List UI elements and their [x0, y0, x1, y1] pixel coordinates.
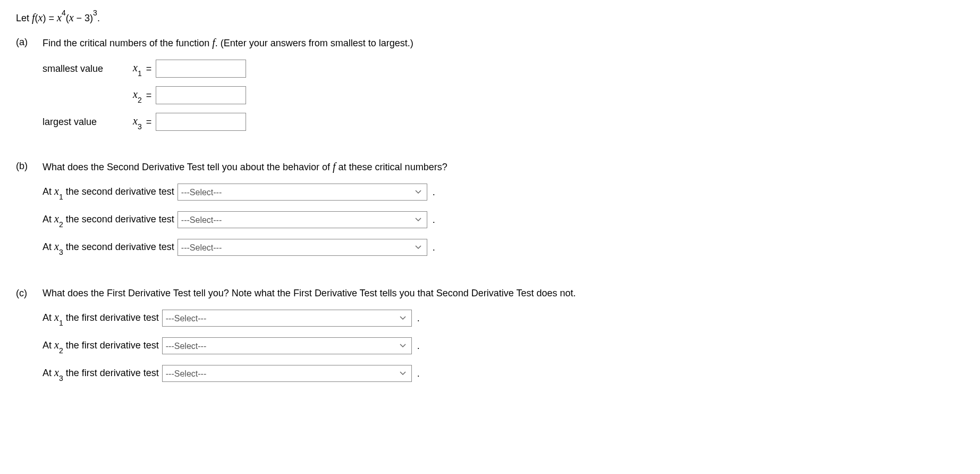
c-x1-select[interactable]: ---Select--- [162, 310, 412, 327]
b-x3-select[interactable]: ---Select--- [178, 239, 427, 256]
b-x3-sentence: At x3 the second derivative test [43, 240, 174, 254]
b-x2-sentence: At x2 the second derivative test [43, 213, 174, 227]
function-definition: Let f(x) = x4(x − 3)3. [16, 11, 964, 24]
b-x2-period: . [433, 214, 435, 226]
part-c-label: (c) [16, 288, 43, 393]
intro-exp2: 3 [93, 9, 97, 17]
c-x1-sentence: At x1 the first derivative test [43, 311, 159, 325]
c-x2-sentence: At x2 the first derivative test [43, 339, 159, 353]
c-x3-select[interactable]: ---Select--- [162, 365, 412, 382]
part-b-label: (b) [16, 161, 43, 267]
c-x3-period: . [417, 368, 420, 379]
smallest-value-label: smallest value [43, 63, 133, 74]
x2-eq: = [146, 90, 152, 101]
x3-input[interactable] [156, 113, 246, 131]
b-x1-period: . [433, 187, 435, 198]
largest-value-label: largest value [43, 117, 133, 128]
x3-eq: = [146, 117, 152, 128]
part-c-question: What does the First Derivative Test tell… [43, 288, 964, 299]
part-a-q-pre: Find the critical numbers of the functio… [43, 38, 212, 48]
b-x2-select[interactable]: ---Select--- [178, 211, 427, 228]
part-a-q-post: . (Enter your answers from smallest to l… [215, 38, 413, 48]
part-a-label: (a) [16, 37, 43, 139]
intro-exp1: 4 [62, 9, 66, 17]
c-x1-period: . [417, 313, 420, 324]
x1-eq: = [146, 63, 152, 74]
x1-label: x1 [133, 62, 142, 76]
x2-input[interactable] [156, 86, 246, 104]
part-a-question: Find the critical numbers of the functio… [43, 37, 964, 49]
intro-minus: − 3) [74, 13, 94, 23]
part-b-q-post: at these critical numbers? [336, 162, 447, 172]
x3-label: x3 [133, 115, 142, 129]
intro-dot: . [97, 13, 100, 23]
c-x2-period: . [417, 340, 420, 352]
intro-eq: = [46, 13, 57, 23]
intro-let: Let [16, 13, 32, 23]
part-b: (b) What does the Second Derivative Test… [16, 161, 964, 267]
x1-input[interactable] [156, 60, 246, 78]
c-x3-sentence: At x3 the first derivative test [43, 367, 159, 380]
intro-x3: x [69, 12, 74, 23]
part-b-q-pre: What does the Second Derivative Test tel… [43, 162, 333, 172]
x2-label: x2 [133, 88, 142, 102]
b-x3-period: . [433, 242, 435, 253]
part-a: (a) Find the critical numbers of the fun… [16, 37, 964, 139]
intro-x2: x [57, 12, 62, 23]
intro-f: f [32, 12, 35, 23]
part-c: (c) What does the First Derivative Test … [16, 288, 964, 393]
b-x1-select[interactable]: ---Select--- [178, 184, 427, 201]
intro-x1: x [38, 12, 43, 23]
c-x2-select[interactable]: ---Select--- [162, 337, 412, 354]
b-x1-sentence: At x1 the second derivative test [43, 185, 174, 199]
part-b-question: What does the Second Derivative Test tel… [43, 161, 964, 173]
